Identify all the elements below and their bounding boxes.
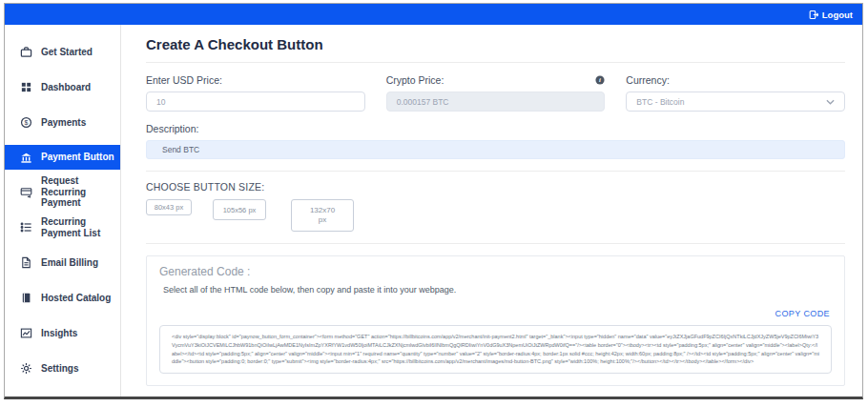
generated-code-panel: Generated Code : Select all of the HTML … xyxy=(146,255,845,386)
page-title: Create A Checkout Button xyxy=(146,36,845,63)
sidebar: Get Started Dashboard $ xyxy=(5,25,121,397)
svg-text:$: $ xyxy=(25,119,29,126)
briefcase-icon xyxy=(20,46,32,58)
dollar-circle-icon: $ xyxy=(20,116,32,129)
description-group: Description: Send BTC xyxy=(146,123,845,159)
currency-selected-value: BTC - Bitcoin xyxy=(636,97,684,107)
sidebar-item-get-started[interactable]: Get Started xyxy=(5,34,120,70)
sidebar-item-payments[interactable]: $ Payments xyxy=(5,105,120,140)
preview-section: PREVIEW: Click and choose a button to se… xyxy=(146,395,845,397)
info-icon[interactable]: i xyxy=(595,75,605,85)
currency-label: Currency: xyxy=(626,74,670,86)
crypto-price-group: Crypto Price: i 0.000157 BTC xyxy=(386,74,606,112)
usd-price-input[interactable] xyxy=(146,92,365,112)
preview-title: PREVIEW: xyxy=(148,395,845,397)
sidebar-item-label: Settings xyxy=(41,363,117,375)
gear-icon xyxy=(20,362,32,375)
description-field[interactable]: Send BTC xyxy=(146,140,845,159)
sidebar-item-recurring-payment-list[interactable]: Recurring Payment List xyxy=(5,210,120,245)
generated-code-instructions: Select all of the HTML code below, then … xyxy=(159,285,832,295)
svg-text:i: i xyxy=(599,76,601,83)
card-arrow-icon xyxy=(20,186,32,198)
sidebar-item-label: Payment Button xyxy=(41,152,117,163)
usd-price-group: Enter USD Price: xyxy=(146,74,365,112)
sidebar-item-label: Request Recurring Payment xyxy=(41,175,117,209)
usd-price-label: Enter USD Price: xyxy=(146,74,222,86)
book-icon xyxy=(20,292,32,304)
logout-button[interactable]: Logout xyxy=(809,10,853,20)
sidebar-item-label: Hosted Catalog xyxy=(41,293,117,304)
sidebar-item-dashboard[interactable]: Dashboard xyxy=(5,70,120,105)
sidebar-item-payment-button[interactable]: Payment Button xyxy=(5,145,120,170)
size-option-medium[interactable]: 105x56 px xyxy=(213,199,266,220)
sidebar-item-settings[interactable]: Settings xyxy=(5,351,120,386)
chart-icon xyxy=(20,327,32,339)
app-window: Logout Get Started D xyxy=(4,3,863,399)
grid-icon xyxy=(20,81,32,93)
price-form-row: Enter USD Price: Crypto Price: i 0.000 xyxy=(146,74,845,112)
size-option-large[interactable]: 132x70 px xyxy=(291,199,354,232)
sidebar-item-hosted-catalog[interactable]: Hosted Catalog xyxy=(5,280,120,315)
bank-icon xyxy=(20,152,32,164)
file-icon xyxy=(20,256,32,269)
logout-icon xyxy=(809,10,819,20)
sidebar-item-request-recurring-payment[interactable]: Request Recurring Payment xyxy=(5,174,120,210)
sidebar-item-insights[interactable]: Insights xyxy=(5,315,120,351)
copy-code-link[interactable]: COPY CODE xyxy=(775,309,830,318)
chevron-down-icon xyxy=(826,99,835,105)
currency-select[interactable]: BTC - Bitcoin xyxy=(626,92,845,112)
button-size-label: CHOOSE BUTTON SIZE: xyxy=(146,181,845,193)
description-label: Description: xyxy=(146,123,198,134)
generated-code-box[interactable]: <div style="display:block" id="paynow_bu… xyxy=(159,325,832,374)
list-icon xyxy=(20,221,32,234)
currency-group: Currency: BTC - Bitcoin xyxy=(626,74,845,112)
top-navbar: Logout xyxy=(5,4,862,25)
sidebar-item-label: Dashboard xyxy=(41,82,117,93)
section-divider xyxy=(146,243,845,244)
button-size-options: 80x43 px 105x56 px 132x70 px xyxy=(146,199,845,232)
section-divider xyxy=(146,171,845,172)
sidebar-item-label: Insights xyxy=(41,328,117,339)
crypto-price-label: Crypto Price: xyxy=(386,74,444,86)
crypto-price-value: 0.000157 BTC xyxy=(386,92,606,112)
logout-label: Logout xyxy=(822,10,853,20)
sidebar-item-label: Email Billing xyxy=(41,257,117,269)
main-content: Create A Checkout Button Enter USD Price… xyxy=(121,25,862,397)
generated-code-title: Generated Code : xyxy=(159,265,832,278)
size-option-small[interactable]: 80x43 px xyxy=(146,199,192,215)
sidebar-item-label: Recurring Payment List xyxy=(41,216,117,238)
sidebar-item-email-billing[interactable]: Email Billing xyxy=(5,245,120,280)
sidebar-item-label: Get Started xyxy=(41,47,117,58)
sidebar-item-label: Payments xyxy=(41,117,117,129)
